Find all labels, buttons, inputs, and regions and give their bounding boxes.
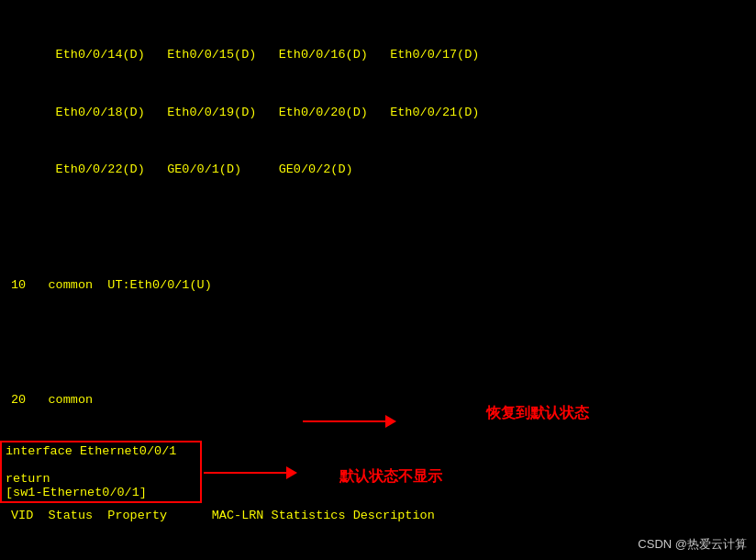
highlight-interface: interface Ethernet0/0/1 <box>6 444 196 458</box>
terminal-line-2: Eth0/0/18(D) Eth0/0/19(D) Eth0/0/20(D) E… <box>11 104 745 123</box>
terminal-line-4 <box>11 218 745 238</box>
highlight-return: return <box>6 472 196 486</box>
terminal-line-1: Eth0/0/14(D) Eth0/0/15(D) Eth0/0/16(D) E… <box>11 46 745 65</box>
terminal-line-3: Eth0/0/22(D) GE0/0/1(D) GE0/0/2(D) <box>11 161 745 180</box>
watermark: CSDN @热爱云计算 <box>638 536 747 553</box>
terminal-line-5: 10 common UT:Eth0/0/1(U) <box>11 276 745 296</box>
highlight-prompt: [sw1-Ethernet0/0/1] <box>6 486 196 499</box>
terminal-header: VID Status Property MAC-LRN Statistics D… <box>11 507 745 526</box>
annotation-hidden: 默认状态不显示 <box>339 467 442 487</box>
terminal-line-6 <box>11 334 745 353</box>
terminal-line-7: 20 common <box>11 391 745 410</box>
annotation-restore: 恢复到默认状态 <box>486 404 589 423</box>
highlight-box: interface Ethernet0/0/1 return [sw1-Ethe… <box>0 441 202 503</box>
highlight-empty <box>6 458 196 472</box>
